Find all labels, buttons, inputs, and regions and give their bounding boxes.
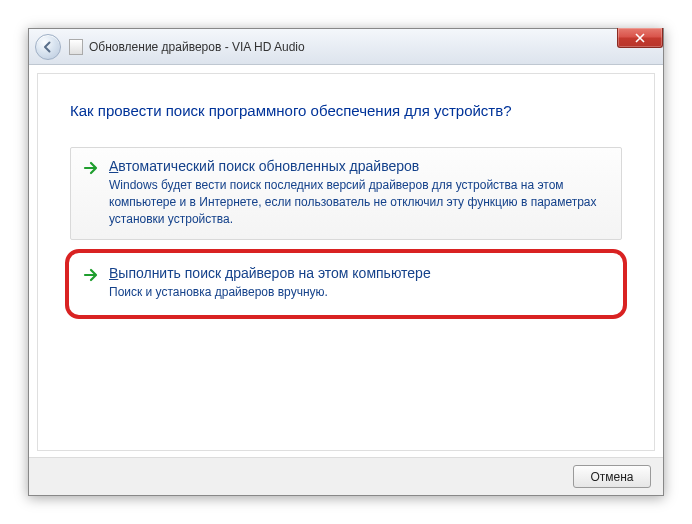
dialog-window: Обновление драйверов - VIA HD Audio Как … [28, 28, 664, 496]
option-manual-search[interactable]: Выполнить поиск драйверов на этом компью… [70, 254, 622, 314]
window-title: Обновление драйверов - VIA HD Audio [89, 40, 305, 54]
device-icon [69, 39, 83, 55]
page-heading: Как провести поиск программного обеспече… [70, 102, 622, 119]
option-auto-search[interactable]: Автоматический поиск обновленных драйвер… [70, 147, 622, 240]
arrow-right-icon [83, 267, 99, 283]
back-arrow-icon [42, 41, 54, 53]
option-auto-title: Автоматический поиск обновленных драйвер… [109, 158, 609, 174]
option-auto-desc: Windows будет вести поиск последних верс… [109, 177, 609, 227]
titlebar: Обновление драйверов - VIA HD Audio [29, 29, 663, 65]
close-button[interactable] [617, 28, 663, 48]
bottom-bar: Отмена [29, 457, 663, 495]
option-manual-title: Выполнить поиск драйверов на этом компью… [109, 265, 609, 281]
option-manual-desc: Поиск и установка драйверов вручную. [109, 284, 609, 301]
option-manual-body: Выполнить поиск драйверов на этом компью… [109, 265, 609, 301]
option-auto-body: Автоматический поиск обновленных драйвер… [109, 158, 609, 227]
close-icon [635, 33, 645, 43]
content-area: Как провести поиск программного обеспече… [37, 73, 655, 451]
back-button[interactable] [35, 34, 61, 60]
cancel-button[interactable]: Отмена [573, 465, 651, 488]
arrow-right-icon [83, 160, 99, 176]
